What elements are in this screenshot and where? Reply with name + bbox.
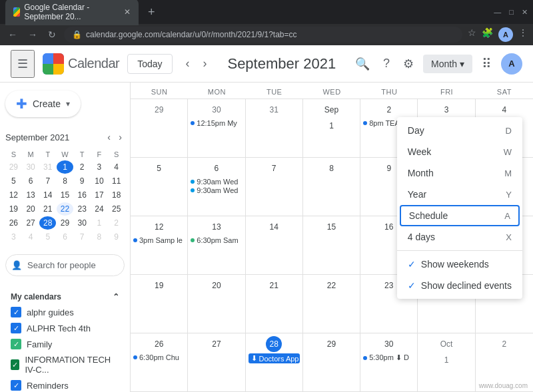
mini-day-sep9[interactable]: 9 (74, 174, 91, 188)
apps-grid-button[interactable]: ⠿ (478, 52, 496, 76)
minimize-button[interactable]: — (494, 8, 501, 17)
puzzle-icon[interactable]: 🧩 (482, 27, 493, 42)
create-button[interactable]: ✚ Create ▾ (5, 91, 81, 117)
event-sep26-1[interactable]: 6:30pm Chu (133, 353, 185, 361)
mini-day-sep23[interactable]: 23 (74, 202, 91, 216)
cal-cell-sep19[interactable]: 19 (131, 275, 188, 333)
prev-month-button[interactable]: ‹ (181, 54, 195, 73)
cal-cell-sep13[interactable]: 13 6:30pm Sam (188, 216, 245, 274)
user-avatar[interactable]: A (501, 53, 522, 75)
today-button[interactable]: Today (127, 54, 172, 74)
mini-day-sep18[interactable]: 18 (108, 188, 125, 202)
tab-close-button[interactable]: ✕ (124, 7, 131, 17)
menu-item-month[interactable]: Month M (397, 162, 522, 184)
menu-item-week[interactable]: Week W (397, 141, 522, 162)
mini-day-sep21[interactable]: 21 (39, 202, 56, 216)
event-sep30-1[interactable]: 5:30pm ⬇ D (363, 353, 414, 362)
cal-cell-sep8[interactable]: 8 (303, 158, 360, 216)
cal-cell-sep7[interactable]: 7 (246, 158, 303, 216)
mini-day-sep19[interactable]: 19 (5, 202, 22, 216)
mini-day-oct7[interactable]: 7 (74, 230, 91, 244)
mini-day-sep13[interactable]: 13 (23, 188, 39, 202)
mini-day-oct4[interactable]: 4 (23, 230, 39, 244)
settings-button[interactable]: ⚙ (399, 53, 418, 75)
view-selector-button[interactable]: Month ▾ (423, 55, 472, 73)
event-sep12-1[interactable]: 3pm Samp le (133, 236, 185, 244)
cal-cell-sep1[interactable]: Sep 1 (303, 99, 360, 157)
mini-day-aug30[interactable]: 30 (23, 160, 39, 174)
cal-cell-sep22[interactable]: 22 (303, 275, 360, 333)
menu-item-show-weekends[interactable]: ✓ Show weekends (397, 254, 522, 275)
cal-cell-aug30[interactable]: 30 12:15pm My (188, 99, 245, 157)
menu-item-4days[interactable]: 4 days X (397, 226, 522, 248)
mini-day-aug31[interactable]: 31 (39, 160, 56, 174)
mini-day-sep27[interactable]: 27 (23, 216, 39, 230)
event-sep28-1[interactable]: ⬇ Doctors App (249, 353, 300, 363)
search-button[interactable]: 🔍 (351, 53, 374, 75)
mini-cal-next-button[interactable]: › (116, 130, 125, 144)
reload-button[interactable]: ↻ (45, 28, 59, 41)
mini-cal-prev-button[interactable]: ‹ (105, 130, 113, 144)
menu-item-year[interactable]: Year Y (397, 184, 522, 205)
mini-day-oct5[interactable]: 5 (39, 230, 56, 244)
cal-cell-sep26[interactable]: 26 6:30pm Chu (131, 333, 188, 391)
cal-cell-sep29[interactable]: 29 (303, 333, 360, 391)
cal-cell-aug31[interactable]: 31 (246, 99, 303, 157)
mini-day-sep29[interactable]: 29 (57, 216, 73, 230)
mini-day-sep3[interactable]: 3 (91, 160, 108, 174)
cal-cell-sep30[interactable]: 30 5:30pm ⬇ D (360, 333, 418, 391)
cal-cell-sep12[interactable]: 12 3pm Samp le (131, 216, 188, 274)
mini-day-oct3[interactable]: 3 (5, 230, 22, 244)
cal-cell-sep27[interactable]: 27 (188, 333, 245, 391)
mini-day-sep10[interactable]: 10 (91, 174, 108, 188)
mini-day-sep11[interactable]: 11 (108, 174, 125, 188)
mini-day-oct6[interactable]: 6 (57, 230, 73, 244)
next-month-button[interactable]: › (198, 54, 213, 73)
maximize-button[interactable]: □ (509, 8, 514, 17)
mini-day-sep30[interactable]: 30 (74, 216, 91, 230)
calendar-item-alphr-guides[interactable]: ✓ alphr guides (5, 304, 125, 320)
cal-cell-aug29[interactable]: 29 (131, 99, 188, 157)
menu-item-show-declined[interactable]: ✓ Show declined events (397, 275, 522, 296)
mini-day-sep6[interactable]: 6 (23, 174, 39, 188)
collapse-icon[interactable]: ⌃ (113, 292, 119, 301)
calendar-item-info-tech[interactable]: ✓ INFORMATION TECH IV-C... (5, 352, 125, 377)
mini-day-sep24[interactable]: 24 (91, 202, 108, 216)
cal-cell-sep5[interactable]: 5 (131, 158, 188, 216)
mini-day-sep5[interactable]: 5 (5, 174, 22, 188)
browser-tab[interactable]: Google Calendar - September 20... ✕ (5, 0, 139, 25)
event-sep6-1[interactable]: 9:30am Wed (191, 178, 242, 186)
mini-day-sep12[interactable]: 12 (5, 188, 22, 202)
menu-dots-icon[interactable]: ⋮ (518, 27, 528, 42)
mini-day-sep15[interactable]: 15 (57, 188, 73, 202)
event-sep13-1[interactable]: 6:30pm Sam (191, 236, 242, 244)
mini-day-sep2[interactable]: 2 (74, 160, 91, 174)
cal-cell-sep28[interactable]: 28 ⬇ Doctors App (246, 333, 303, 391)
close-button[interactable]: ✕ (522, 8, 528, 17)
mini-day-sep4[interactable]: 4 (108, 160, 125, 174)
help-button[interactable]: ? (379, 53, 394, 75)
mini-day-sep8[interactable]: 8 (57, 174, 73, 188)
hamburger-menu-button[interactable]: ☰ (11, 50, 35, 78)
back-button[interactable]: ← (5, 28, 20, 41)
mini-day-sep7[interactable]: 7 (39, 174, 56, 188)
cal-cell-sep14[interactable]: 14 (246, 216, 303, 274)
mini-day-sep20[interactable]: 20 (23, 202, 39, 216)
forward-button[interactable]: → (25, 28, 40, 41)
mini-day-sep1[interactable]: 1 (57, 160, 73, 174)
mini-day-sep22[interactable]: 22 (57, 202, 73, 216)
calendar-item-family[interactable]: ✓ Family (5, 336, 125, 352)
mini-day-oct2[interactable]: 2 (108, 216, 125, 230)
mini-day-sep17[interactable]: 17 (91, 188, 108, 202)
menu-item-schedule[interactable]: Schedule A (400, 205, 520, 226)
search-people-field[interactable]: 👤 Search for people (5, 254, 125, 276)
cal-cell-sep6[interactable]: 6 9:30am Wed 9:30am Wed (188, 158, 245, 216)
mini-day-aug29[interactable]: 29 (5, 160, 22, 174)
mini-day-sep28[interactable]: 28 (39, 216, 56, 230)
event-aug30-1[interactable]: 12:15pm My (191, 119, 242, 127)
cal-cell-oct1[interactable]: Oct 1 (418, 333, 475, 391)
mini-day-oct9[interactable]: 9 (108, 230, 125, 244)
profile-circle[interactable]: A (498, 27, 513, 42)
mini-day-sep26[interactable]: 26 (5, 216, 22, 230)
mini-day-oct8[interactable]: 8 (91, 230, 108, 244)
